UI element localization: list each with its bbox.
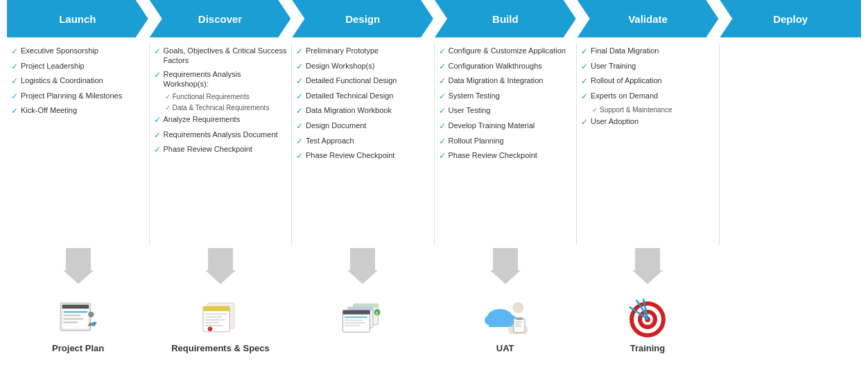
svg-rect-18 <box>205 316 222 317</box>
check-icon: ✓ <box>11 76 18 87</box>
item-text: Rollout of Application <box>591 76 662 85</box>
design-icon: G <box>342 297 383 339</box>
deliverable-project-plan: Project Plan <box>7 287 149 363</box>
list-item: ✓ Design Workshop(s) <box>296 61 430 73</box>
list-item: ✓ User Testing <box>439 105 573 117</box>
list-item: ✓ Configuration Walkthroughs <box>439 61 573 73</box>
phase-deploy: Deploy <box>720 0 861 37</box>
deliverable-label: UAT <box>496 343 514 353</box>
svg-rect-10 <box>63 318 83 320</box>
project-plan-icon <box>58 297 99 339</box>
list-item: ✓ Rollout of Application <box>581 76 715 87</box>
svg-rect-43 <box>515 324 521 325</box>
check-icon: ✓ <box>154 46 161 58</box>
check-icon: ✓ <box>154 115 161 126</box>
item-text: Test Approach <box>306 136 354 146</box>
list-item: ✓ Test Approach <box>296 136 430 148</box>
launch-col: ✓ Executive Sponsorship ✓ Project Leader… <box>7 43 150 245</box>
item-text: User Adoption <box>591 116 639 126</box>
list-item: ✓ Detailed Technical Design <box>296 91 430 103</box>
svg-rect-9 <box>63 315 80 317</box>
item-text: Functional Requirements <box>173 92 250 101</box>
list-item: ✓ Develop Training Material <box>439 121 573 132</box>
sub-check-icon: ✓ <box>592 106 598 114</box>
sub-check-icon: ✓ <box>165 104 171 112</box>
list-item: ✓ Detailed Functional Design <box>296 76 430 87</box>
check-icon: ✓ <box>296 62 303 73</box>
deliverable-label: Project Plan <box>52 343 104 353</box>
list-item: ✓ Phase Review Checkpoint <box>296 150 430 162</box>
list-item: ✓ Analyze Requirements <box>154 114 288 126</box>
svg-point-22 <box>208 326 213 331</box>
item-text: Rollout Planning <box>449 136 504 146</box>
deliverable-label: Training <box>630 343 666 353</box>
check-icon: ✓ <box>439 91 446 103</box>
sub-check-icon: ✓ <box>165 93 171 100</box>
svg-rect-20 <box>205 322 219 324</box>
item-text: Design Workshop(s) <box>306 61 374 71</box>
check-icon: ✓ <box>581 76 588 87</box>
item-text: Develop Training Material <box>449 121 535 130</box>
check-icon: ✓ <box>439 62 446 73</box>
item-text: Requirements Analysis Document <box>164 130 278 139</box>
phase-design: Design <box>292 0 433 37</box>
check-icon: ✓ <box>439 46 446 58</box>
item-text: User Training <box>591 61 636 71</box>
down-arrow-icon <box>490 248 521 284</box>
check-icon: ✓ <box>581 91 588 103</box>
list-item: ✓ Final Data Migration <box>581 46 715 58</box>
phase-build-label: Build <box>492 13 519 25</box>
item-text: Data Migration & Integration <box>449 76 544 85</box>
down-arrow-icon <box>63 248 94 284</box>
list-item: ✓ Rollout Planning <box>439 136 573 148</box>
requirements-icon <box>200 297 241 339</box>
svg-rect-16 <box>203 306 229 311</box>
phase-build: Build <box>435 0 576 37</box>
deliverable-label: . <box>362 343 365 353</box>
down-arrow-icon <box>205 248 236 284</box>
down-arrow-icon <box>347 248 378 284</box>
check-icon: ✓ <box>296 76 303 87</box>
svg-marker-1 <box>205 248 236 284</box>
item-text: Phase Review Checkpoint <box>449 150 537 160</box>
item-text: Project Leadership <box>21 61 85 71</box>
item-text: Detailed Technical Design <box>306 91 393 100</box>
training-icon <box>623 297 672 339</box>
item-text: Configuration Walkthroughs <box>449 61 542 71</box>
svg-marker-0 <box>63 248 94 284</box>
item-text: Preliminary Prototype <box>306 46 379 55</box>
list-item: ✓ Data Migration Workbook <box>296 105 430 117</box>
deliverable-training: Training <box>576 287 718 363</box>
check-icon: ✓ <box>11 106 18 117</box>
main-container: Launch Discover Design Build Validate De… <box>0 0 868 388</box>
arrow-col-discover <box>149 248 291 284</box>
item-text: Requirements Analysis Workshop(s): <box>164 69 288 89</box>
svg-rect-11 <box>63 321 78 324</box>
item-text: User Testing <box>449 105 491 115</box>
phase-validate-label: Validate <box>628 13 668 25</box>
build-col: ✓ Configure & Customize Application ✓ Co… <box>435 43 578 245</box>
list-item: ✓ System Testing <box>439 91 573 103</box>
arrow-col-build <box>434 248 576 284</box>
item-text: Phase Review Checkpoint <box>306 150 394 160</box>
list-item: ✓ Data & Technical Requirements <box>165 103 288 112</box>
training-illustration <box>624 297 671 339</box>
arrow-col-launch <box>7 248 149 284</box>
list-item: ✓ Executive Sponsorship <box>11 46 145 58</box>
list-item: ✓ Project Planning & Milestones <box>11 91 145 103</box>
svg-rect-41 <box>516 317 523 320</box>
check-icon: ✓ <box>11 91 18 103</box>
svg-text:G: G <box>376 310 379 315</box>
design-col: ✓ Preliminary Prototype ✓ Design Worksho… <box>292 43 435 245</box>
svg-point-39 <box>512 302 523 313</box>
item-text: Project Planning & Milestones <box>21 91 122 100</box>
content-area: ✓ Executive Sponsorship ✓ Project Leader… <box>0 37 868 245</box>
item-text: Analyze Requirements <box>164 114 241 124</box>
svg-marker-3 <box>490 248 521 284</box>
item-text: Configure & Customize Application <box>449 46 566 55</box>
list-item: ✓ Preliminary Prototype <box>296 46 430 58</box>
item-text: Experts on Demand <box>591 91 658 100</box>
list-item: ✓ Requirements Analysis Workshop(s): <box>154 69 288 89</box>
check-icon: ✓ <box>581 46 588 58</box>
svg-rect-31 <box>345 322 365 324</box>
